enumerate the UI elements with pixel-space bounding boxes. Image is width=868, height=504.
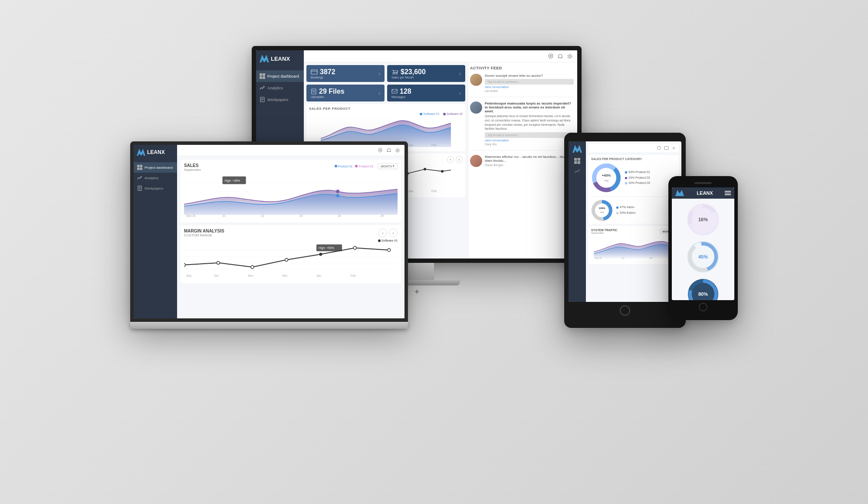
svg-text:Feb: Feb	[351, 274, 356, 277]
svg-text:100%: 100%	[598, 207, 605, 209]
monitor-nav-dashboard[interactable]: Project dashboard	[256, 70, 304, 82]
phone-home-button[interactable]	[699, 303, 707, 311]
comment-placeholder-2[interactable]: Tap to add a comment...	[485, 132, 574, 138]
svg-text:Oct: Oct	[214, 274, 219, 277]
svg-text:23: 23	[299, 214, 303, 217]
svg-rect-18	[312, 89, 316, 94]
monitor-nav-analytics[interactable]: Analytics	[256, 82, 304, 94]
svg-text:+43%: +43%	[602, 173, 611, 177]
laptop-brand-name: LEANX	[147, 149, 165, 155]
svg-rect-92	[574, 158, 577, 160]
laptop-sales-subtitle: September	[184, 168, 201, 172]
tablet-home-button[interactable]	[620, 305, 630, 316]
monitor-nav-dashboard-label: Project dashboard	[267, 74, 299, 79]
tablet-icon-1[interactable]	[657, 146, 661, 151]
monitor-brand-name: LEANX	[271, 56, 290, 62]
laptop-nav-dashboard[interactable]: Project dashboard	[134, 162, 177, 173]
svg-point-70	[336, 190, 339, 193]
svg-point-79	[285, 259, 288, 262]
divider-1	[470, 97, 574, 97]
hamburger-menu-icon[interactable]	[725, 190, 731, 196]
activity-text-2-title: Pellentesque malesuada turpis ac iaculis…	[485, 101, 574, 113]
laptop-margin-prev[interactable]: ‹	[378, 229, 387, 237]
laptop-nav-dashboard-label: Project dashboard	[145, 166, 173, 170]
activity-item-1: Donec suscipit ornare felis eu auctor? T…	[470, 74, 574, 92]
monitor-header	[304, 50, 577, 62]
tablet-donut-svg: +43% avg	[591, 163, 621, 193]
laptop-nav-analytics-label: Analytics	[145, 176, 158, 180]
svg-point-82	[388, 249, 391, 252]
activity-text-1: Donec suscipit ornare felis eu auctor?	[485, 74, 574, 78]
tablet-screen: SALES PER PRODUCT CATEGORY +43% avg	[569, 141, 681, 302]
phone-circle-2: 45%	[686, 239, 720, 274]
divider-2	[470, 150, 574, 151]
svg-text:Nov: Nov	[248, 274, 254, 277]
laptop-settings-icon[interactable]	[395, 148, 400, 153]
phone-screen: LEANX	[672, 187, 734, 300]
margin-prev-btn[interactable]: ‹	[447, 156, 454, 163]
svg-rect-95	[578, 161, 580, 164]
messages-icon	[391, 88, 398, 95]
stat-messages-arrow: ›	[459, 90, 461, 96]
stat-card-bookings[interactable]: 3872 Bookings ›	[306, 65, 385, 82]
laptop-nav-workpapers[interactable]: Workpapers	[134, 183, 177, 193]
svg-point-78	[251, 265, 254, 268]
avatar-lia-huber	[470, 74, 482, 86]
laptop-logo: LEANX	[134, 145, 177, 160]
view-conv-1[interactable]: view conversation	[485, 85, 574, 88]
analytics-icon	[260, 85, 265, 91]
stat-files-arrow: ›	[378, 90, 380, 96]
svg-text:Sep: Sep	[186, 274, 191, 278]
stat-card-sales[interactable]: $23,600 Sales per Month ›	[387, 65, 465, 82]
laptop-sales-chart: SALES September Product 01 Product 02	[181, 160, 401, 223]
svg-text:26: 26	[650, 257, 652, 259]
margin-next-btn[interactable]: ›	[456, 156, 463, 163]
svg-text:Jan: Jan	[408, 144, 413, 147]
activity-name-2: Gary Wu	[485, 143, 574, 146]
stat-card-messages[interactable]: 128 Messages ›	[387, 85, 465, 101]
stat-bookings-label: Bookings	[311, 76, 335, 79]
laptop-margin-next[interactable]: ›	[389, 229, 398, 237]
monitor-bell-icon[interactable]	[557, 53, 563, 59]
tablet-settings-icon[interactable]	[671, 146, 676, 151]
svg-marker-41	[137, 149, 145, 156]
monitor-logo: LEANX	[256, 50, 304, 67]
stat-sales-number: $23,600	[401, 68, 426, 76]
monitor-nav-workpapers[interactable]: Workpapers	[256, 94, 304, 105]
stat-card-files[interactable]: 29 Files Uploaded ›	[306, 85, 385, 101]
svg-point-98	[673, 147, 675, 149]
tablet-nav-icon-2[interactable]	[574, 168, 580, 174]
tablet-icon-2[interactable]	[664, 146, 669, 151]
svg-text:22: 22	[261, 214, 264, 217]
svg-marker-0	[260, 55, 269, 62]
svg-text:Dec: Dec	[282, 274, 288, 277]
monitor-chat-icon[interactable]	[548, 53, 554, 59]
laptop-nav-analytics[interactable]: Analytics	[134, 173, 177, 183]
comment-placeholder-1[interactable]: Tap to add a comment...	[485, 79, 574, 85]
svg-point-77	[217, 261, 220, 264]
laptop-chat-icon[interactable]	[378, 148, 383, 153]
svg-marker-91	[572, 145, 582, 153]
laptop-month-selector[interactable]: MONTH ▾	[378, 163, 398, 169]
laptop-bell-icon[interactable]	[386, 148, 391, 153]
phone-device: LEANX	[668, 176, 738, 320]
activity-item-3: Maecenas efficitur cur... iaculis mi vel…	[470, 155, 574, 167]
view-conv-2[interactable]: view conversation	[485, 139, 574, 142]
sales-icon	[391, 69, 398, 75]
phone-circle-1: 16%	[686, 202, 720, 237]
circle-3-label: 80%	[698, 291, 708, 297]
legend-sw2: Software #2	[443, 112, 463, 115]
svg-rect-45	[140, 167, 142, 170]
monitor-settings-icon[interactable]	[567, 53, 573, 59]
tablet-nav-icon-1[interactable]	[574, 158, 580, 164]
laptop-legend-p1: Product 01	[335, 165, 353, 168]
tablet-legend-2: 24% Product 02	[625, 175, 650, 181]
activity-title: ACTIVITY FEED	[470, 66, 574, 70]
svg-marker-112	[675, 190, 684, 196]
phone-header: LEANX	[672, 187, 734, 199]
svg-point-53	[396, 148, 400, 152]
laptop-analytics-icon	[137, 175, 142, 180]
avatar-diane-bergan	[470, 155, 482, 167]
stat-bookings-arrow: ›	[378, 71, 380, 77]
svg-rect-94	[574, 161, 577, 164]
